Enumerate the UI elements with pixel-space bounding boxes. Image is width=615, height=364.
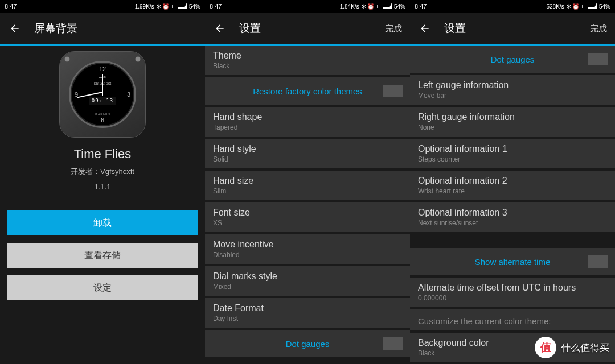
back-arrow-icon[interactable] — [8, 22, 22, 35]
uninstall-button[interactable]: 卸载 — [7, 210, 198, 235]
toggle-switch[interactable] — [588, 255, 608, 268]
done-button[interactable]: 完成 — [385, 23, 402, 34]
setting-title: Dot gauges — [491, 55, 535, 64]
setting-item[interactable]: Font sizeXS — [205, 202, 410, 234]
setting-item[interactable]: Alternate time offset from UTC in hours0… — [410, 278, 615, 309]
navbar: 设置 完成 — [410, 13, 615, 44]
setting-value: Next sunrise/sunset — [418, 219, 607, 227]
status-battery: 54% — [189, 3, 200, 10]
setting-item[interactable]: Dial marks styleMixed — [205, 266, 410, 298]
app-version: 1.1.1 — [95, 183, 111, 191]
setting-item[interactable]: Optional information 3Next sunrise/sunse… — [410, 202, 615, 234]
setting-value: XS — [213, 219, 402, 227]
setting-value: Mixed — [213, 283, 402, 291]
setting-title: Dot gauges — [286, 339, 330, 349]
done-button[interactable]: 完成 — [590, 23, 607, 34]
status-time: 8:47 — [210, 3, 222, 10]
status-right: 1.99K/s ✻ ⏰ ᯤ ▬◢ 54% — [135, 3, 200, 10]
setting-value: Wrist heart rate — [418, 187, 607, 195]
setting-value: Black — [213, 62, 402, 70]
setting-item[interactable]: Hand shapeTapered — [205, 107, 410, 139]
button-group: 卸载 查看存储 设定 — [0, 210, 205, 300]
status-time: 8:47 — [415, 3, 427, 10]
setting-value: Steps counter — [418, 155, 607, 163]
settings-list[interactable]: ThemeBlackRestore factory color themesHa… — [205, 46, 410, 364]
status-rate: 528K/s — [547, 3, 564, 10]
setting-item[interactable]: Hand sizeSlim — [205, 171, 410, 202]
status-icons: ✻ ⏰ ᯤ ▬◢ — [567, 3, 597, 10]
screen-settings-2: 8:47 528K/s ✻ ⏰ ᯤ ▬◢ 54% 设置 完成 Dot gauge… — [410, 0, 615, 364]
setting-item[interactable]: Optional information 1Steps counter — [410, 139, 615, 171]
section-header: Customize the current color theme: — [410, 309, 615, 333]
setting-title: Optional information 3 — [418, 208, 607, 218]
status-time: 8:47 — [5, 3, 17, 10]
settings-button[interactable]: 设定 — [7, 275, 198, 300]
setting-item[interactable]: ThemeBlack — [205, 46, 410, 77]
setting-item[interactable]: Left gauge informationMove bar — [410, 75, 615, 107]
setting-item[interactable]: Dot gauges — [205, 330, 410, 359]
toggle-switch[interactable] — [383, 337, 403, 350]
setting-title: Right gauge information — [418, 112, 607, 122]
setting-title: Hand style — [213, 144, 402, 154]
back-arrow-icon[interactable] — [213, 22, 227, 35]
page-title: 设置 — [239, 21, 385, 36]
setting-value: Solid — [213, 155, 402, 163]
setting-title: Restore factory color themes — [253, 86, 362, 96]
watermark-text: 什么值得买 — [561, 341, 609, 354]
setting-title: Dial marks style — [213, 271, 402, 282]
watermark: 值 什么值得买 — [535, 337, 609, 358]
settings-list[interactable]: Dot gaugesLeft gauge informationMove bar… — [410, 46, 615, 364]
status-battery: 54% — [599, 3, 610, 10]
setting-item[interactable]: Date FormatDay first — [205, 298, 410, 330]
view-storage-button[interactable]: 查看存储 — [7, 243, 198, 268]
status-rate: 1.84K/s — [340, 3, 359, 10]
setting-item[interactable]: Restore factory color themes — [205, 77, 410, 107]
status-icons: ✻ ⏰ ᯤ ▬◢ — [157, 3, 187, 10]
statusbar: 8:47 1.84K/s ✻ ⏰ ᯤ ▬◢ 54% — [205, 0, 410, 13]
status-battery: 54% — [394, 3, 405, 10]
setting-item[interactable]: Hand styleSolid — [205, 139, 410, 171]
app-developer: 开发者：Vgfsyhcxft — [71, 167, 134, 177]
setting-title: Theme — [213, 51, 402, 61]
watermark-badge-icon: 值 — [535, 337, 556, 358]
watchface-preview: 12 3 6 9 ▬ ✻ sat 22 oct 09: 13 GARMIN — [57, 49, 148, 140]
setting-title: Date Format — [213, 303, 402, 313]
setting-item[interactable]: Move incentiveDisabled — [205, 234, 410, 266]
setting-item[interactable]: Show alternate time — [410, 248, 615, 278]
setting-title: Left gauge information — [418, 80, 607, 90]
setting-value: Slim — [213, 187, 402, 195]
setting-title: Optional information 1 — [418, 144, 607, 154]
setting-title: Move incentive — [213, 239, 402, 250]
screen-watchface: 8:47 1.99K/s ✻ ⏰ ᯤ ▬◢ 54% 屏幕背景 12 3 6 9 … — [0, 0, 205, 364]
screen-settings-1: 8:47 1.84K/s ✻ ⏰ ᯤ ▬◢ 54% 设置 完成 ThemeBla… — [205, 0, 410, 364]
app-title: Time Flies — [74, 147, 132, 162]
setting-title: Hand shape — [213, 112, 402, 122]
setting-item[interactable]: Optional information 2Wrist heart rate — [410, 171, 615, 202]
setting-title: Hand size — [213, 176, 402, 186]
page-title: 设置 — [444, 21, 590, 36]
toggle-switch[interactable] — [588, 53, 608, 65]
page-title: 屏幕背景 — [34, 21, 197, 36]
setting-item[interactable]: Dot gauges — [410, 46, 615, 75]
statusbar: 8:47 1.99K/s ✻ ⏰ ᯤ ▬◢ 54% — [0, 0, 205, 13]
setting-value: 0.000000 — [418, 294, 607, 302]
setting-value: None — [418, 123, 607, 131]
setting-title: Show alternate time — [475, 257, 551, 267]
toggle-switch[interactable] — [383, 85, 403, 97]
setting-title: Alternate time offset from UTC in hours — [418, 283, 607, 293]
navbar: 屏幕背景 — [0, 13, 205, 44]
back-arrow-icon[interactable] — [418, 22, 432, 35]
status-rate: 1.99K/s — [135, 3, 154, 10]
setting-value: Tapered — [213, 123, 402, 131]
setting-title: Optional information 2 — [418, 176, 607, 186]
setting-title: Font size — [213, 208, 402, 218]
setting-value: Disabled — [213, 251, 402, 259]
content: 12 3 6 9 ▬ ✻ sat 22 oct 09: 13 GARMIN Ti… — [0, 46, 205, 364]
statusbar: 8:47 528K/s ✻ ⏰ ᯤ ▬◢ 54% — [410, 0, 615, 13]
setting-value: Day first — [213, 315, 402, 322]
status-icons: ✻ ⏰ ᯤ ▬◢ — [362, 3, 392, 10]
setting-value: Move bar — [418, 92, 607, 100]
navbar: 设置 完成 — [205, 13, 410, 44]
setting-item[interactable]: Right gauge informationNone — [410, 107, 615, 139]
